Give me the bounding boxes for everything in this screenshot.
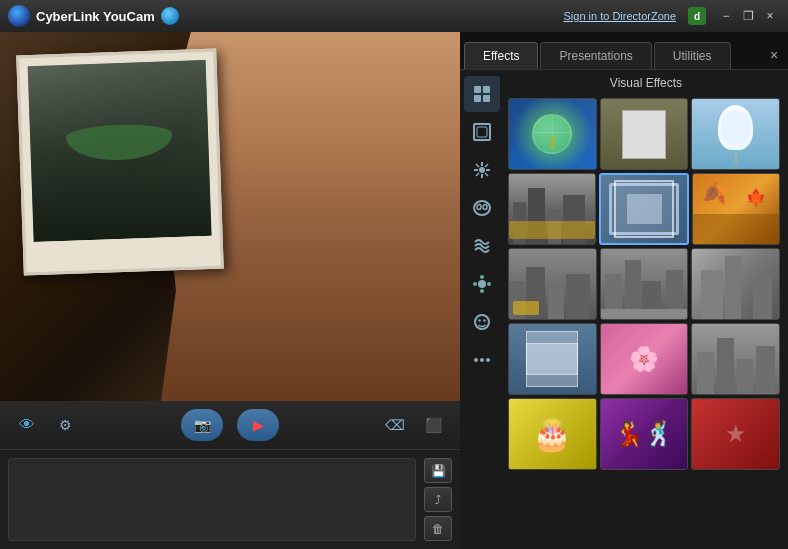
svg-rect-0 — [474, 86, 481, 93]
eye-button[interactable]: 👁 — [12, 413, 42, 437]
effect-cake[interactable]: 🎂 — [508, 398, 597, 470]
svg-point-22 — [487, 282, 491, 286]
effect-globe[interactable]: ⬇ — [508, 98, 597, 170]
svg-line-13 — [485, 164, 488, 167]
svg-point-17 — [483, 205, 487, 210]
side-icon-bar — [460, 70, 504, 549]
svg-rect-4 — [474, 124, 490, 140]
camera-controls-bar: 👁 ⚙ 📷 ▶ ⌫ ⬛ — [0, 401, 460, 449]
effect-city5[interactable] — [691, 323, 780, 395]
side-icon-emoticons[interactable] — [464, 304, 500, 340]
camera-view — [0, 32, 460, 401]
tabs-bar: Effects Presentations Utilities × — [460, 32, 788, 70]
svg-rect-1 — [483, 86, 490, 93]
effects-row: 🍂 🍁 — [504, 173, 784, 245]
svg-line-14 — [476, 173, 479, 176]
effect-billboard2[interactable] — [508, 323, 597, 395]
svg-point-18 — [478, 280, 486, 288]
restore-button[interactable]: ❐ — [738, 8, 758, 24]
svg-rect-2 — [474, 95, 481, 102]
bottom-actions: 💾 ⤴ 🗑 — [424, 458, 452, 541]
effects-scroll[interactable]: ⬇ — [504, 94, 788, 549]
photo-overlay — [16, 49, 224, 276]
effect-autumn[interactable]: 🍂 🍁 — [692, 173, 780, 245]
tab-effects[interactable]: Effects — [464, 42, 538, 69]
dirzone-icon[interactable]: d — [688, 7, 706, 25]
effects-row: ⬇ — [504, 98, 784, 170]
effect-city3[interactable] — [600, 248, 689, 320]
effect-pink-bg[interactable]: 🌸 — [600, 323, 689, 395]
effect-red-bg[interactable]: ★ — [691, 398, 780, 470]
settings-button[interactable]: ⚙ — [50, 413, 80, 437]
svg-point-27 — [480, 358, 484, 362]
svg-point-25 — [483, 319, 485, 321]
svg-point-28 — [486, 358, 490, 362]
svg-point-20 — [480, 289, 484, 293]
effects-grid-container: Visual Effects ⬇ — [504, 70, 788, 549]
effect-city1[interactable] — [508, 173, 596, 245]
effects-row — [504, 248, 784, 320]
svg-point-24 — [478, 319, 480, 321]
bottom-panel: 💾 ⤴ 🗑 — [0, 449, 460, 549]
video-record-button[interactable]: ▶ — [237, 409, 279, 441]
effects-title: Visual Effects — [504, 70, 788, 94]
update-icon[interactable] — [161, 7, 179, 25]
effects-body: Visual Effects ⬇ — [460, 70, 788, 549]
tab-presentations[interactable]: Presentations — [540, 42, 651, 69]
maximize-button[interactable]: ⬛ — [418, 413, 448, 437]
svg-point-19 — [480, 275, 484, 279]
photo-capture-button[interactable]: 📷 — [181, 409, 223, 441]
svg-point-21 — [473, 282, 477, 286]
thumbnail-area — [8, 458, 416, 541]
title-bar: CyberLink YouCam Sign in to DirectorZone… — [0, 0, 788, 32]
svg-point-16 — [477, 205, 481, 210]
side-icon-all[interactable] — [464, 76, 500, 112]
side-icon-distortions[interactable] — [464, 228, 500, 264]
left-panel: 👁 ⚙ 📷 ▶ ⌫ ⬛ 💾 ⤴ 🗑 — [0, 32, 460, 549]
effect-city2[interactable] — [508, 248, 597, 320]
effect-frame-selected[interactable] — [599, 173, 689, 245]
minimize-button[interactable]: − — [716, 8, 736, 24]
effect-city4[interactable] — [691, 248, 780, 320]
svg-rect-3 — [483, 95, 490, 102]
side-icon-frames[interactable] — [464, 114, 500, 150]
tab-utilities[interactable]: Utilities — [654, 42, 731, 69]
effect-dance[interactable]: 💃🕺 — [600, 398, 689, 470]
effect-balloon[interactable] — [691, 98, 780, 170]
side-icon-magic[interactable] — [464, 152, 500, 188]
sign-in-link[interactable]: Sign in to DirectorZone — [564, 10, 677, 22]
side-icon-masks[interactable] — [464, 190, 500, 226]
svg-line-12 — [485, 173, 488, 176]
svg-point-26 — [474, 358, 478, 362]
svg-line-11 — [476, 164, 479, 167]
side-icon-animations[interactable] — [464, 266, 500, 302]
app-logo — [8, 5, 30, 27]
svg-point-10 — [479, 167, 485, 173]
save-button[interactable]: 💾 — [424, 458, 452, 483]
share-button[interactable]: ⤴ — [424, 487, 452, 512]
app-title: CyberLink YouCam — [36, 9, 155, 24]
svg-rect-5 — [477, 127, 487, 137]
panel-close-button[interactable]: × — [764, 45, 784, 65]
delete-button[interactable]: 🗑 — [424, 516, 452, 541]
effects-row: 🎂 💃🕺 ★ — [504, 398, 784, 470]
effect-billboard1[interactable] — [600, 98, 689, 170]
side-icon-more[interactable] — [464, 342, 500, 378]
right-panel: Effects Presentations Utilities × — [460, 32, 788, 549]
close-button[interactable]: × — [760, 8, 780, 24]
main-content: 👁 ⚙ 📷 ▶ ⌫ ⬛ 💾 ⤴ 🗑 Effects Presentations … — [0, 32, 788, 549]
erase-button[interactable]: ⌫ — [380, 413, 410, 437]
effects-row: 🌸 — [504, 323, 784, 395]
